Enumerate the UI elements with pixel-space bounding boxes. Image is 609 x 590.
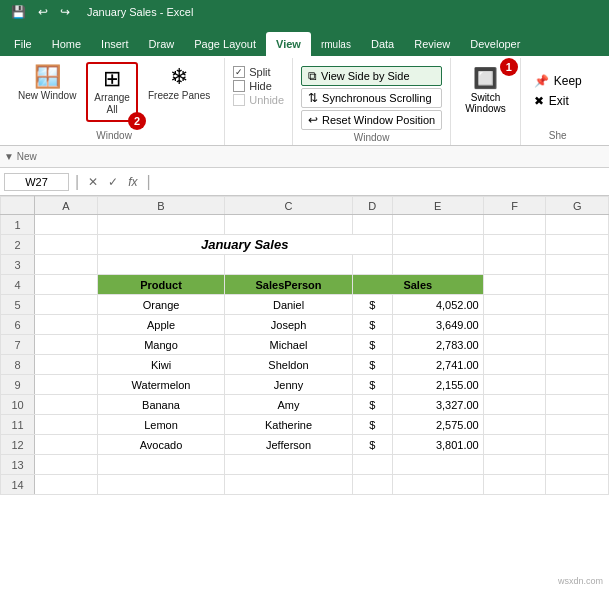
cell-product-11[interactable]: Lemon <box>97 415 225 435</box>
cell-g5[interactable] <box>546 295 609 315</box>
reset-window-position-button[interactable]: ↩ Reset Window Position <box>301 110 442 130</box>
tab-data[interactable]: Data <box>361 32 404 56</box>
redo-icon[interactable]: ↪ <box>57 4 73 20</box>
cell-product-6[interactable]: Apple <box>97 315 225 335</box>
function-icon[interactable]: fx <box>125 175 140 189</box>
cell-g6[interactable] <box>546 315 609 335</box>
cell-dollar-10[interactable]: $ <box>352 395 392 415</box>
cell-g9[interactable] <box>546 375 609 395</box>
col-header-g[interactable]: G <box>546 197 609 215</box>
cell-f4[interactable] <box>483 275 546 295</box>
tab-draw[interactable]: Draw <box>139 32 185 56</box>
cell-a14[interactable] <box>35 475 98 495</box>
cell-c1[interactable] <box>225 215 353 235</box>
new-window-button[interactable]: 🪟 New Window <box>12 62 82 106</box>
cell-e1[interactable] <box>392 215 483 235</box>
formula-input[interactable] <box>157 176 605 188</box>
col-header-e[interactable]: E <box>392 197 483 215</box>
cell-a11[interactable] <box>35 415 98 435</box>
new-dropdown[interactable]: ▼ New <box>4 151 37 162</box>
cell-e14[interactable] <box>392 475 483 495</box>
cell-dollar-6[interactable]: $ <box>352 315 392 335</box>
cell-amount-12[interactable]: 3,801.00 <box>392 435 483 455</box>
cell-g4[interactable] <box>546 275 609 295</box>
view-side-by-side-button[interactable]: ⧉ View Side by Side <box>301 66 442 86</box>
cell-amount-8[interactable]: 2,741.00 <box>392 355 483 375</box>
cell-g1[interactable] <box>546 215 609 235</box>
cell-a8[interactable] <box>35 355 98 375</box>
name-box[interactable]: W27 <box>4 173 69 191</box>
cell-g8[interactable] <box>546 355 609 375</box>
cell-amount-9[interactable]: 2,155.00 <box>392 375 483 395</box>
cell-c3[interactable] <box>225 255 353 275</box>
cell-dollar-7[interactable]: $ <box>352 335 392 355</box>
hide-checkbox-item[interactable]: Hide <box>233 80 284 92</box>
cell-f8[interactable] <box>483 355 546 375</box>
cell-person-7[interactable]: Michael <box>225 335 353 355</box>
cell-a5[interactable] <box>35 295 98 315</box>
cell-a1[interactable] <box>35 215 98 235</box>
cell-e2[interactable] <box>392 235 483 255</box>
cell-g13[interactable] <box>546 455 609 475</box>
col-header-b[interactable]: B <box>97 197 225 215</box>
cell-person-6[interactable]: Joseph <box>225 315 353 335</box>
cell-product-7[interactable]: Mango <box>97 335 225 355</box>
cell-a7[interactable] <box>35 335 98 355</box>
cell-c14[interactable] <box>225 475 353 495</box>
cell-dollar-9[interactable]: $ <box>352 375 392 395</box>
cell-a9[interactable] <box>35 375 98 395</box>
cell-e13[interactable] <box>392 455 483 475</box>
cell-f2[interactable] <box>483 235 546 255</box>
sync-scrolling-button[interactable]: ⇅ Synchronous Scrolling <box>301 88 442 108</box>
cell-a12[interactable] <box>35 435 98 455</box>
title-cell[interactable]: January Sales <box>97 235 392 255</box>
header-product[interactable]: Product <box>97 275 225 295</box>
cell-b3[interactable] <box>97 255 225 275</box>
cell-e3[interactable] <box>392 255 483 275</box>
cell-amount-7[interactable]: 2,783.00 <box>392 335 483 355</box>
cell-f1[interactable] <box>483 215 546 235</box>
cell-a10[interactable] <box>35 395 98 415</box>
save-icon[interactable]: 💾 <box>8 4 29 20</box>
cell-b13[interactable] <box>97 455 225 475</box>
cell-g3[interactable] <box>546 255 609 275</box>
freeze-panes-button[interactable]: ❄ Freeze Panes <box>142 62 216 106</box>
cell-amount-6[interactable]: 3,649.00 <box>392 315 483 335</box>
cell-f12[interactable] <box>483 435 546 455</box>
cell-b1[interactable] <box>97 215 225 235</box>
col-header-a[interactable]: A <box>35 197 98 215</box>
tab-developer[interactable]: Developer <box>460 32 530 56</box>
keep-button[interactable]: 📌 Keep <box>529 72 587 90</box>
split-checkbox[interactable]: ✓ <box>233 66 245 78</box>
cell-product-12[interactable]: Avocado <box>97 435 225 455</box>
cell-c13[interactable] <box>225 455 353 475</box>
tab-formulas[interactable]: rmulas <box>311 33 361 56</box>
cell-f7[interactable] <box>483 335 546 355</box>
cell-dollar-5[interactable]: $ <box>352 295 392 315</box>
cell-d14[interactable] <box>352 475 392 495</box>
header-salesperson[interactable]: SalesPerson <box>225 275 353 295</box>
tab-review[interactable]: Review <box>404 32 460 56</box>
cell-a3[interactable] <box>35 255 98 275</box>
cell-g7[interactable] <box>546 335 609 355</box>
cell-product-8[interactable]: Kiwi <box>97 355 225 375</box>
cell-a2[interactable] <box>35 235 98 255</box>
cancel-formula-icon[interactable]: ✕ <box>85 175 101 189</box>
cell-dollar-12[interactable]: $ <box>352 435 392 455</box>
cell-person-5[interactable]: Daniel <box>225 295 353 315</box>
tab-home[interactable]: Home <box>42 32 91 56</box>
tab-file[interactable]: File <box>4 32 42 56</box>
arrange-all-button[interactable]: ⊞ ArrangeAll <box>86 62 138 122</box>
cell-f11[interactable] <box>483 415 546 435</box>
unhide-checkbox-item[interactable]: Unhide <box>233 94 284 106</box>
header-sales[interactable]: Sales <box>352 275 483 295</box>
cell-product-9[interactable]: Watermelon <box>97 375 225 395</box>
cell-g10[interactable] <box>546 395 609 415</box>
tab-page-layout[interactable]: Page Layout <box>184 32 266 56</box>
unhide-checkbox[interactable] <box>233 94 245 106</box>
split-checkbox-item[interactable]: ✓ Split <box>233 66 284 78</box>
cell-a4[interactable] <box>35 275 98 295</box>
cell-a6[interactable] <box>35 315 98 335</box>
cell-person-11[interactable]: Katherine <box>225 415 353 435</box>
cell-dollar-11[interactable]: $ <box>352 415 392 435</box>
